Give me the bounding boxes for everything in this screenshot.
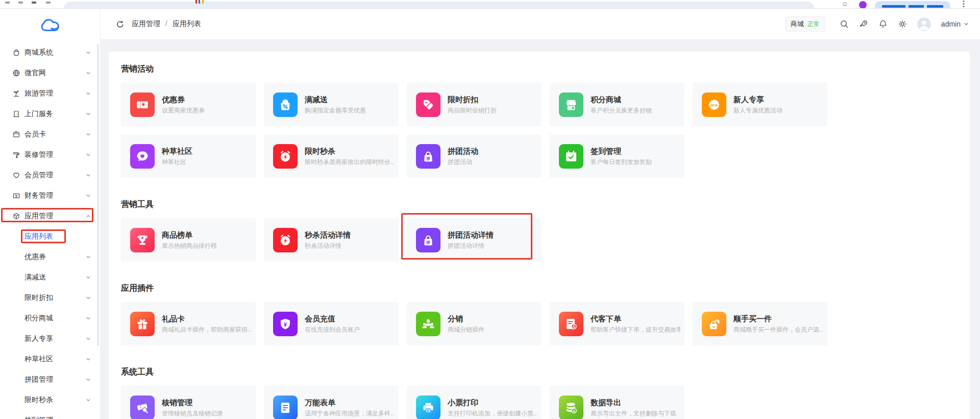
sidebar-item-label: 财务管理 xyxy=(24,191,53,200)
sidebar-item[interactable]: 上门服务 xyxy=(0,104,100,124)
app-logo[interactable] xyxy=(0,9,100,42)
topbar: 应用管理 / 应用列表 商城 正常 xyxy=(101,9,980,40)
app-section: 系统工具核销管理管理核销员及核销记录万能表单适用于各种应用场景，满足多样...小… xyxy=(121,367,958,419)
app-card[interactable]: 代客下单帮助客户快捷下单，提升交易效率 xyxy=(550,302,684,345)
app-card[interactable]: 拼拼团活动拼团活动 xyxy=(407,134,542,178)
app-card-desc: 购满指定金额享受优惠 xyxy=(305,107,366,113)
app-card[interactable]: 商品榜单展示热销商品排行榜 xyxy=(121,218,256,262)
app-card[interactable]: 限时秒杀限时秒杀是商家推出的限时特价... xyxy=(264,134,399,178)
app-card-desc: 客户积分兑换更多好物 xyxy=(591,107,652,113)
sidebar-subitem[interactable]: 签到管理 xyxy=(0,410,100,419)
chevron-down-icon xyxy=(86,254,91,260)
sidebar-item[interactable]: 微官网 xyxy=(0,63,100,83)
user-menu[interactable]: admin xyxy=(941,20,969,28)
app-card-title: 小票打印 xyxy=(448,399,537,406)
rocket-icon[interactable] xyxy=(859,19,868,29)
chevron-down-icon xyxy=(86,275,91,280)
people-icon xyxy=(416,312,440,336)
sidebar-item[interactable]: 应用管理 xyxy=(0,206,100,226)
browser-forward-icon[interactable] xyxy=(18,2,23,4)
sidebar-item[interactable]: 商城系统 xyxy=(0,42,100,63)
sidebar-subitem[interactable]: 满减送 xyxy=(0,267,100,288)
heart-icon xyxy=(12,171,20,179)
browser-back-icon[interactable] xyxy=(5,2,10,4)
app-card[interactable]: 秒杀活动详情秒杀活动详情 xyxy=(264,218,399,262)
sidebar-item[interactable]: 装修管理 xyxy=(0,145,100,165)
chat-heart-icon xyxy=(130,144,155,169)
gear-icon[interactable] xyxy=(898,19,907,29)
browser-home-icon[interactable] xyxy=(46,2,51,4)
browser-address-bar[interactable] xyxy=(64,2,814,9)
browser-menu-dots-icon[interactable]: ••• xyxy=(963,0,964,9)
app-card[interactable]: NEW新人专享新人专属优惠活动 xyxy=(693,83,827,126)
new-badge-icon: NEW xyxy=(702,92,726,117)
sidebar-subitem[interactable]: 限时折扣 xyxy=(0,288,100,308)
sidebar-subitem-label: 签到管理 xyxy=(24,416,53,419)
app-card-desc: 设置商家优惠券 xyxy=(162,107,205,113)
chevron-down-icon xyxy=(86,71,91,76)
app-card-desc: 商品限时促销打折 xyxy=(448,107,497,113)
app-card[interactable]: 积分商城客户积分兑换更多好物 xyxy=(550,83,684,126)
browser-refresh-icon[interactable] xyxy=(32,2,36,4)
app-card[interactable]: 小票打印支持打印机添加，便捷创建小票... xyxy=(407,386,542,419)
app-card-texts: 顺手买一件商城顺手买一件插件，会员户选... xyxy=(733,315,823,333)
sidebar-subitem[interactable]: 拼团管理 xyxy=(0,369,100,390)
search-icon[interactable] xyxy=(840,19,849,29)
app-card-texts: 拼团活动拼团活动 xyxy=(448,147,478,165)
app-card[interactable]: 签到管理客户每日签到发放奖励 xyxy=(550,134,684,178)
sidebar-item[interactable]: 会员管理 xyxy=(0,165,100,185)
app-card[interactable]: 拼拼团活动详情拼团活动详情 xyxy=(407,218,542,262)
browser-profile-avatar[interactable] xyxy=(859,1,867,9)
app-card[interactable]: 顺手买一件商城顺手买一件插件，会员户选... xyxy=(693,302,827,345)
refresh-icon[interactable] xyxy=(116,20,125,29)
sidebar-subitem[interactable]: 优惠券 xyxy=(0,247,100,267)
app-card[interactable]: 万能表单适用于各种应用场景，满足多样... xyxy=(264,386,399,419)
chevron-down-icon xyxy=(86,152,91,157)
sidebar-item[interactable]: 会员卡 xyxy=(0,124,100,145)
app-card-title: 礼品卡 xyxy=(162,315,252,322)
browser-update-button[interactable] xyxy=(875,1,950,9)
app-card[interactable]: 礼品卡商城礼品卡插件，帮助商家获得... xyxy=(121,302,256,345)
section-title: 应用插件 xyxy=(121,283,958,294)
sidebar-subitem-label: 种草社区 xyxy=(24,355,53,364)
alarm-bolt-icon xyxy=(273,144,298,169)
app-card[interactable]: ¥会员充值在线充值到会员账户 xyxy=(264,302,399,345)
app-card-texts: 小票打印支持打印机添加，便捷创建小票... xyxy=(448,399,537,416)
sidebar-scrollbar[interactable] xyxy=(97,43,99,346)
user-avatar[interactable] xyxy=(917,17,931,31)
app-card-desc: 展示导出文件，支持删除与下载 xyxy=(591,410,676,416)
app-section: 应用插件礼品卡商城礼品卡插件，帮助商家获得...¥会员充值在线充值到会员账户分销… xyxy=(121,283,958,345)
sidebar-subitem[interactable]: 应用列表 xyxy=(0,226,100,247)
shop-status-badge[interactable]: 商城 正常 xyxy=(785,16,825,32)
db-export-icon xyxy=(559,395,583,419)
sidebar-item[interactable]: 财务管理 xyxy=(0,185,100,206)
app-section: 营销工具商品榜单展示热销商品排行榜秒杀活动详情秒杀活动详情拼拼团活动详情拼团活动… xyxy=(121,199,958,262)
app-card-texts: 核销管理管理核销员及核销记录 xyxy=(162,399,223,416)
bookmark-star-icon[interactable]: ✩ xyxy=(842,1,847,8)
username: admin xyxy=(941,20,961,28)
sidebar-subitem[interactable]: 积分商城 xyxy=(0,308,100,329)
app-card[interactable]: 核销管理管理核销员及核销记录 xyxy=(121,386,256,419)
bell-icon[interactable] xyxy=(878,19,888,29)
app-card[interactable]: 种草社区种草社区 xyxy=(121,134,256,178)
content-area: 营销活动优惠券设置商家优惠券满减送购满指定金额享受优惠限时折扣商品限时促销打折积… xyxy=(101,40,980,419)
app-card[interactable]: 限时折扣商品限时促销打折 xyxy=(407,83,542,126)
calendar-check-icon xyxy=(559,144,583,169)
sidebar-item[interactable]: 旅游管理 xyxy=(0,83,100,104)
travel-icon xyxy=(12,89,20,98)
app-card[interactable]: 数据导出展示导出文件，支持删除与下载 xyxy=(550,386,684,419)
sidebar-item-label: 旅游管理 xyxy=(24,89,53,98)
app-card-desc: 商城礼品卡插件，帮助商家获得... xyxy=(162,327,252,333)
breadcrumb-parent[interactable]: 应用管理 xyxy=(132,19,160,29)
app-card-desc: 新人专属优惠活动 xyxy=(733,107,782,113)
sidebar-subitem-label: 积分商城 xyxy=(24,314,53,323)
app-card[interactable]: 优惠券设置商家优惠券 xyxy=(121,83,256,126)
mall-icon xyxy=(12,49,20,57)
section-title: 营销活动 xyxy=(121,64,958,75)
app-card[interactable]: 分销商城分销插件 xyxy=(407,302,542,345)
sidebar-subitem[interactable]: 种草社区 xyxy=(0,349,100,369)
sidebar-subitem[interactable]: 限时秒杀 xyxy=(0,390,100,410)
sidebar-subitem[interactable]: 新人专享 xyxy=(0,329,100,349)
app-card[interactable]: 满减送购满指定金额享受优惠 xyxy=(264,83,399,126)
chevron-down-icon xyxy=(86,50,91,55)
